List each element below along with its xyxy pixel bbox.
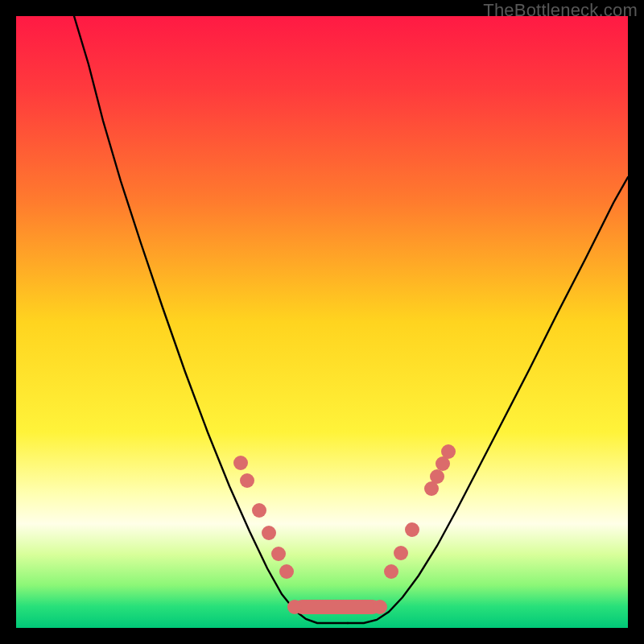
chart-frame xyxy=(16,16,628,628)
optimal-range-cap xyxy=(287,600,302,614)
data-marker xyxy=(271,547,286,561)
optimal-range-bar xyxy=(295,600,380,614)
data-marker xyxy=(262,526,276,540)
bottleneck-chart xyxy=(16,16,628,628)
data-marker xyxy=(252,503,266,518)
data-marker xyxy=(441,444,456,459)
optimal-range-cap xyxy=(373,600,387,614)
data-marker xyxy=(279,564,294,579)
data-marker xyxy=(240,473,254,488)
data-marker xyxy=(384,564,398,579)
data-marker xyxy=(430,469,444,484)
watermark-text: TheBottleneck.com xyxy=(483,0,638,21)
data-marker xyxy=(394,546,408,560)
data-marker xyxy=(405,522,419,537)
gradient-background xyxy=(16,16,628,628)
data-marker xyxy=(233,456,248,470)
